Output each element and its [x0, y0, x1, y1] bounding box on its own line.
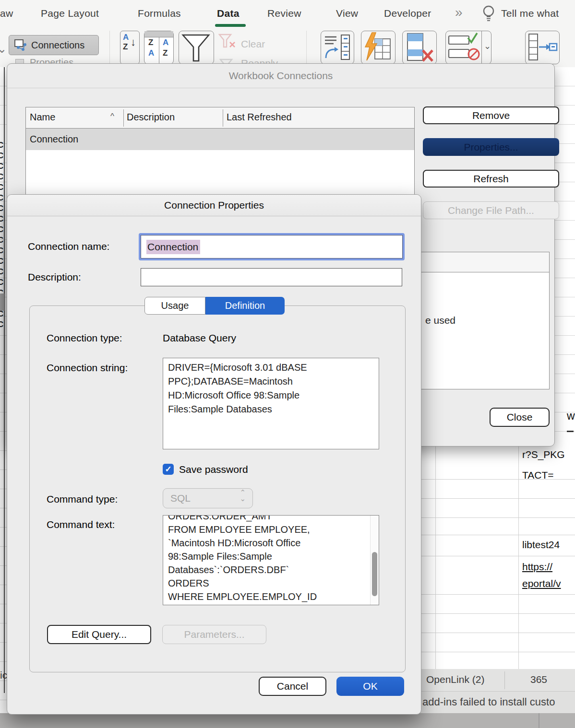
- flash-fill-button[interactable]: [361, 31, 395, 64]
- properties-button[interactable]: Properties...: [423, 138, 559, 156]
- connection-name-input[interactable]: Connection: [139, 233, 405, 260]
- tab-usage[interactable]: Usage: [144, 297, 205, 315]
- close-button[interactable]: Close: [490, 408, 550, 427]
- active-tab-underline: [215, 24, 246, 27]
- refresh-button[interactable]: Refresh: [423, 170, 559, 188]
- az-a: A: [163, 38, 168, 47]
- ribbon-overflow-chevron[interactable]: »: [455, 5, 463, 20]
- sort-arrow-glyph: ↓: [131, 36, 136, 48]
- clear-filter-button[interactable]: Clear: [241, 38, 265, 50]
- sort-z-glyph: Z: [123, 42, 128, 52]
- bottom-strip-line: [539, 713, 539, 728]
- sort-dialog-button[interactable]: Z A A Z: [144, 31, 174, 64]
- definition-group-box: [29, 305, 406, 672]
- sort-icon-divider: [159, 37, 159, 64]
- data-validation-icon: [446, 31, 482, 63]
- remove-duplicates-icon: [403, 31, 436, 63]
- tab-developer[interactable]: Developer: [384, 8, 431, 19]
- connection-properties-dialog: Connection Properties Connection name: C…: [7, 194, 421, 715]
- sort-a-glyph: A: [123, 33, 129, 42]
- consolidate-icon: [526, 31, 559, 63]
- az-z: Z: [163, 48, 168, 58]
- cell-fragment-dash: [567, 431, 574, 432]
- tab-draw-partial[interactable]: aw: [0, 8, 13, 19]
- column-name[interactable]: Name: [30, 112, 55, 123]
- cancel-button[interactable]: Cancel: [259, 677, 326, 696]
- tab-data[interactable]: Data: [217, 8, 240, 19]
- description-label: Description:: [28, 271, 81, 283]
- tab-formulas[interactable]: Formulas: [138, 8, 181, 19]
- sheet-tab-divider: [504, 671, 505, 689]
- connections-table-header: Name ^ Description Last Refreshed: [26, 107, 414, 129]
- cell-pkg: r?S_PKG TACT=: [522, 444, 565, 485]
- left-window-edge: [4, 67, 5, 693]
- flash-fill-icon: [361, 31, 395, 63]
- consolidate-button[interactable]: [525, 31, 560, 64]
- ok-button[interactable]: OK: [336, 677, 404, 696]
- connection-name-label: Connection name:: [28, 241, 109, 252]
- column-divider[interactable]: [223, 109, 223, 127]
- clear-filter-icon: [218, 34, 237, 50]
- data-validation-button[interactable]: ⌄: [445, 31, 491, 64]
- description-input[interactable]: [141, 268, 402, 286]
- sheet-tab-fragment: ic: [0, 669, 7, 681]
- sheet-tab-365[interactable]: 365: [530, 674, 547, 685]
- excel-window: CCCCCCCCCCCCCCCCCC ic w r?S_PKG TACT= li…: [0, 0, 575, 728]
- tell-me-label[interactable]: Tell me what: [501, 8, 559, 19]
- text-to-columns-button[interactable]: [321, 31, 354, 64]
- sort-az-button[interactable]: A Z ↓: [120, 31, 140, 64]
- wc-title-separator: [7, 88, 554, 88]
- tab-definition[interactable]: Definition: [205, 297, 285, 315]
- column-last-refreshed[interactable]: Last Refreshed: [227, 112, 292, 123]
- text-to-columns-icon: [321, 31, 353, 63]
- connection-name-value: Connection: [146, 240, 200, 254]
- filter-funnel-icon: [179, 31, 213, 63]
- connection-properties-title: Connection Properties: [7, 195, 421, 216]
- tab-review[interactable]: Review: [267, 8, 301, 19]
- left-gray-band: [0, 294, 4, 311]
- connections-icon: [14, 38, 27, 52]
- connections-label: Connections: [31, 40, 84, 51]
- status-message: add-ins failed to install custo: [422, 696, 555, 708]
- za-z: Z: [148, 38, 153, 47]
- hidden-control-chevron[interactable]: ⌄: [0, 42, 7, 56]
- lightbulb-icon: [481, 4, 496, 24]
- usage-panel-partial-text: e used: [425, 315, 455, 326]
- cell-libtest: libtest24: [522, 539, 560, 551]
- column-divider[interactable]: [123, 109, 124, 127]
- data-validation-split: [481, 31, 482, 64]
- workbook-connections-title: Workbook Connections: [7, 70, 554, 82]
- right-grid-strip: [555, 67, 575, 446]
- cell-hyperlink[interactable]: https:// eportal/v: [522, 558, 561, 592]
- sort-ascending-indicator[interactable]: ^: [110, 112, 114, 121]
- remove-button[interactable]: Remove: [423, 106, 559, 124]
- data-validation-dropdown-chevron[interactable]: ⌄: [484, 41, 491, 51]
- filter-button[interactable]: [179, 31, 214, 64]
- za-a: A: [148, 48, 154, 58]
- sheet-tab-openlink[interactable]: OpenLink (2): [426, 674, 484, 685]
- cell-fragment-w: w: [567, 410, 575, 423]
- bottom-strip: [0, 713, 575, 728]
- connection-row-selected[interactable]: Connection: [26, 129, 414, 150]
- column-description[interactable]: Description: [127, 112, 175, 123]
- cp-title-bar: Connection Properties: [7, 195, 421, 216]
- ribbon: aw Page Layout Formulas Data Review View…: [0, 0, 575, 67]
- connections-button[interactable]: Connections: [9, 35, 99, 55]
- change-file-path-button[interactable]: Change File Path...: [423, 201, 559, 219]
- tab-view[interactable]: View: [336, 8, 358, 19]
- tab-page-layout[interactable]: Page Layout: [41, 8, 99, 19]
- remove-duplicates-button[interactable]: [402, 31, 437, 64]
